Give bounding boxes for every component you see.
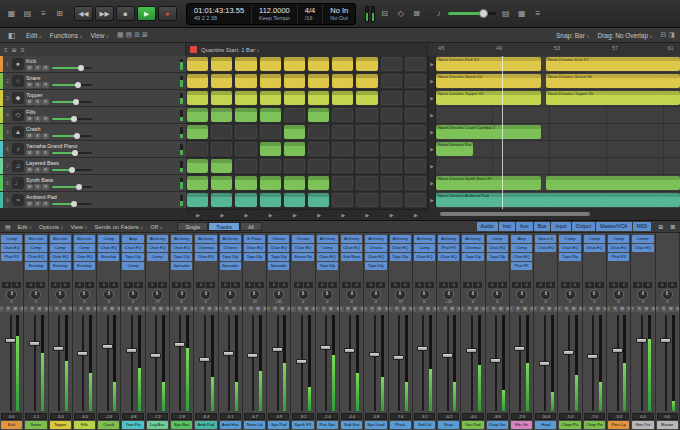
record-enable-button[interactable]: R	[42, 82, 49, 88]
plugin-slot[interactable]: Chan EQ	[341, 244, 362, 252]
solo-button[interactable]: S	[34, 133, 41, 139]
plugin-slot[interactable]: Tape Dly	[244, 253, 265, 261]
loop-cell[interactable]	[259, 90, 283, 106]
mute-button[interactable]: M	[26, 167, 33, 173]
loop-cell[interactable]	[210, 124, 234, 140]
input-monitor-button[interactable]: I	[267, 306, 271, 312]
fader-cap[interactable]	[587, 354, 598, 359]
filter-inst[interactable]: Inst	[499, 222, 515, 231]
channel-fader[interactable]	[608, 313, 629, 413]
menu-functions[interactable]: Functions	[50, 32, 83, 39]
s-button[interactable]: S	[21, 47, 25, 53]
input-monitor-button[interactable]: I	[461, 306, 465, 312]
row-play-icon[interactable]: ▶	[429, 107, 435, 124]
fader-cap[interactable]	[344, 348, 355, 353]
loop-cell[interactable]	[331, 56, 355, 72]
record-enable-button[interactable]: R	[345, 306, 351, 312]
input-monitor-button[interactable]: I	[0, 306, 4, 312]
plugin-slot[interactable]: Tape Dly	[462, 253, 483, 261]
mixer-settings-icon[interactable]: ⊞	[658, 224, 663, 230]
loop-cell[interactable]	[186, 141, 210, 157]
loop-cell[interactable]	[234, 56, 258, 72]
channel-name[interactable]: Syn.Pad	[268, 421, 289, 429]
row-play-icon[interactable]: ▶	[429, 56, 435, 73]
region[interactable]: Neon Dreams Ambient Pad	[436, 193, 680, 207]
fader-cap[interactable]	[296, 359, 307, 364]
pan-knob[interactable]	[443, 289, 454, 300]
loop-cell[interactable]	[186, 107, 210, 123]
channel-fader[interactable]	[317, 313, 338, 413]
input-monitor-button[interactable]: I	[97, 306, 101, 312]
mute-button[interactable]: M	[26, 201, 33, 207]
mute-button[interactable]: M	[328, 306, 334, 312]
loop-cell[interactable]	[404, 56, 428, 72]
pan-knob[interactable]	[200, 289, 211, 300]
input-monitor-button[interactable]: I	[170, 306, 174, 312]
scene-trigger-icon[interactable]: ▶	[234, 210, 258, 219]
loop-cell[interactable]	[355, 124, 379, 140]
plugin-slot[interactable]: Chromav	[195, 244, 216, 252]
scene-trigger-icon[interactable]: ▶	[210, 210, 234, 219]
track-volume-slider[interactable]	[52, 101, 92, 103]
plugin-slot[interactable]: Chan EQ	[365, 253, 386, 261]
loop-cell[interactable]	[307, 90, 331, 106]
mute-button[interactable]: M	[26, 65, 33, 71]
loop-cell[interactable]	[404, 141, 428, 157]
stop-button[interactable]: ■	[116, 6, 135, 21]
plugin-slot[interactable]: Spreader	[220, 262, 241, 270]
plugin-slot[interactable]: Chan EQ	[25, 253, 46, 261]
plugin-slot[interactable]: Envelop	[50, 262, 71, 270]
plugin-slot[interactable]: Chan EQ	[171, 244, 192, 252]
record-enable-button[interactable]: R	[42, 116, 49, 122]
mute-button[interactable]: M	[425, 306, 431, 312]
cycle-icon[interactable]: ⊟	[378, 7, 391, 20]
record-enable-button[interactable]: R	[175, 306, 181, 312]
input-monitor-button[interactable]: I	[534, 306, 538, 312]
record-enable-button[interactable]: R	[224, 306, 230, 312]
plugin-slot[interactable]: Sub Bass	[341, 253, 362, 261]
pan-knob[interactable]	[225, 289, 236, 300]
pan-knob[interactable]	[6, 289, 17, 300]
channel-name[interactable]: Fills	[74, 421, 95, 429]
plugin-slot[interactable]: Comp	[25, 244, 46, 252]
master-volume-slider[interactable]	[448, 12, 496, 15]
loop-cell[interactable]	[234, 124, 258, 140]
fader-cap[interactable]	[5, 338, 16, 343]
lcd-midi-segment[interactable]: No In No Out	[323, 4, 355, 24]
channel-fader[interactable]	[632, 313, 653, 413]
plugin-slot[interactable]: Phat FX	[608, 253, 629, 261]
fader-cap[interactable]	[660, 338, 671, 343]
mute-button[interactable]: M	[668, 306, 674, 312]
track-header[interactable]: 4◇FillsMSR	[0, 107, 186, 124]
track-header[interactable]: 8♩Synth BassMSR	[0, 175, 186, 192]
fader-cap[interactable]	[223, 351, 234, 356]
track-volume-slider[interactable]	[52, 84, 92, 86]
mute-button[interactable]: M	[304, 306, 310, 312]
mute-button[interactable]: M	[401, 306, 407, 312]
channel-name[interactable]: Keys	[438, 421, 459, 429]
fader-cap[interactable]	[514, 346, 525, 351]
loop-cell[interactable]	[404, 158, 428, 174]
pan-knob[interactable]	[516, 289, 527, 300]
record-enable-button[interactable]: R	[5, 306, 11, 312]
plugin-slot[interactable]: Chan EQ	[414, 253, 435, 261]
loop-cell[interactable]	[210, 107, 234, 123]
input-monitor-button[interactable]: I	[389, 306, 393, 312]
solo-button[interactable]: S	[34, 116, 41, 122]
track-header[interactable]: 9≈Ambient PadMSR	[0, 192, 186, 209]
loop-cell[interactable]	[234, 158, 258, 174]
region[interactable]: Neon Dreams Snare 64	[436, 74, 541, 88]
loop-cell[interactable]	[404, 90, 428, 106]
timeline-track-lane[interactable]: Neon Dreams Kick 63Neon Dreams Kick 67	[436, 56, 680, 73]
input-monitor-button[interactable]: I	[24, 306, 28, 312]
channel-fader[interactable]	[584, 313, 605, 413]
channel-fader[interactable]	[74, 313, 95, 413]
loop-cell[interactable]	[307, 124, 331, 140]
solo-button[interactable]: S	[34, 150, 41, 156]
plugin-slot[interactable]: Alchemy	[390, 235, 411, 243]
record-enable-button[interactable]: R	[42, 133, 49, 139]
fader-cap[interactable]	[636, 338, 647, 343]
record-enable-button[interactable]: R	[588, 306, 594, 312]
record-enable-button[interactable]: R	[42, 99, 49, 105]
mute-button[interactable]: M	[26, 133, 33, 139]
